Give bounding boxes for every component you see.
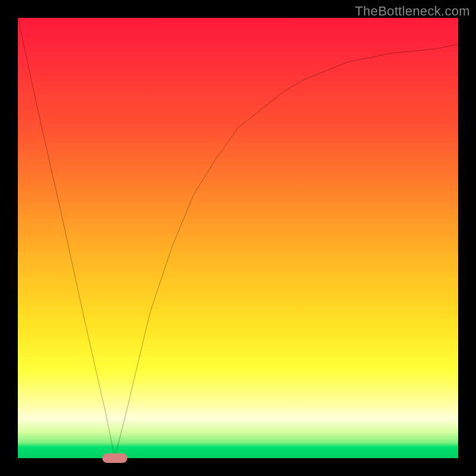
attribution-text: TheBottleneck.com <box>355 4 470 19</box>
bottleneck-curve <box>18 18 458 458</box>
plot-area <box>18 18 458 458</box>
notch-marker <box>102 453 127 463</box>
